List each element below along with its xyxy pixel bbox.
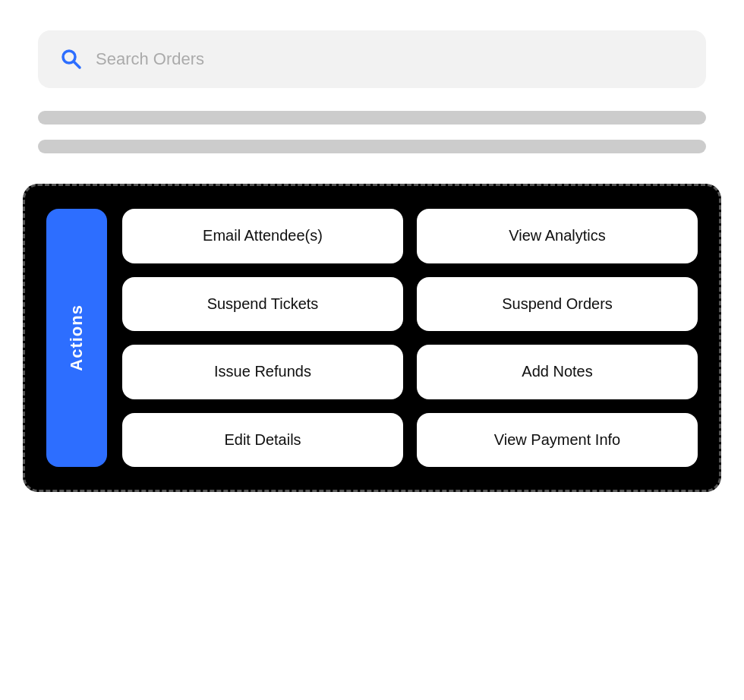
actions-grid: Email Attendee(s) View Analytics Suspend… bbox=[122, 209, 698, 467]
suspend-orders-button[interactable]: Suspend Orders bbox=[417, 277, 698, 332]
svg-line-1 bbox=[74, 61, 80, 68]
email-attendees-button[interactable]: Email Attendee(s) bbox=[122, 209, 403, 263]
skeleton-line-1 bbox=[38, 111, 706, 125]
issue-refunds-button[interactable]: Issue Refunds bbox=[122, 345, 403, 399]
search-icon bbox=[59, 47, 84, 71]
search-placeholder: Search Orders bbox=[96, 49, 204, 69]
skeleton-line-2 bbox=[38, 140, 706, 153]
skeleton-content bbox=[38, 111, 706, 153]
view-analytics-button[interactable]: View Analytics bbox=[417, 209, 698, 263]
add-notes-button[interactable]: Add Notes bbox=[417, 345, 698, 399]
suspend-tickets-button[interactable]: Suspend Tickets bbox=[122, 277, 403, 332]
actions-panel: Actions Email Attendee(s) View Analytics… bbox=[23, 184, 721, 492]
edit-details-button[interactable]: Edit Details bbox=[122, 413, 403, 468]
view-payment-info-button[interactable]: View Payment Info bbox=[417, 413, 698, 468]
actions-label-column: Actions bbox=[46, 209, 107, 467]
search-bar[interactable]: Search Orders bbox=[38, 30, 706, 88]
actions-label-text: Actions bbox=[67, 304, 87, 371]
actions-label-badge: Actions bbox=[46, 209, 107, 467]
